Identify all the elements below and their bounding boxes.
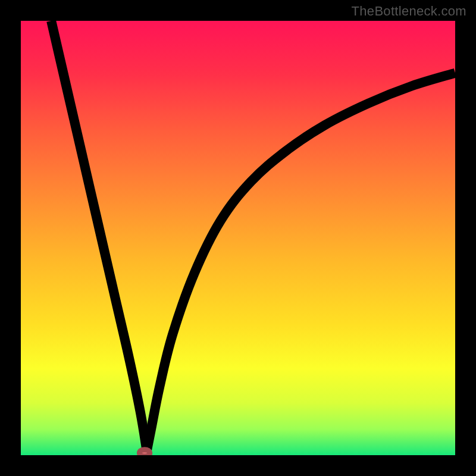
chart-frame: TheBottleneck.com xyxy=(0,0,476,476)
curve-left-branch xyxy=(51,21,147,451)
curve-right-branch xyxy=(147,73,455,451)
plot-area xyxy=(21,21,455,455)
min-marker-icon xyxy=(139,450,150,455)
watermark-text: TheBottleneck.com xyxy=(352,4,466,19)
bottleneck-curve xyxy=(21,21,455,455)
